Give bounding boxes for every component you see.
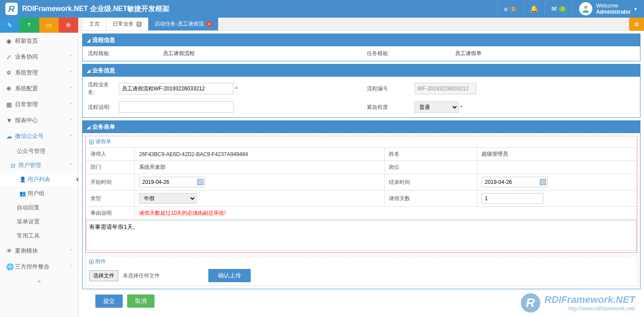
end-date-input[interactable] (482, 177, 548, 187)
sidebar-item-home[interactable]: ◉ 框架首页 (0, 33, 78, 49)
sidebar-item-wechat[interactable]: ☁ 微信公众号 ˅ (0, 128, 78, 144)
dept-value: 系统开发部 (135, 161, 384, 174)
panel-process-info: ◢流程信息 流程模板: 员工请假流程 任务模板: 员工请假单 (82, 34, 640, 61)
applicant-label: 请假人 (86, 148, 135, 161)
name-label: 姓名 (384, 148, 477, 161)
days-label: 请假天数 (384, 190, 477, 207)
header-user-menu[interactable]: Welcome Administrator ▼ (572, 0, 644, 18)
sidebar-sub-user-mgmt[interactable]: ⊟ 用户管理 ˅ (0, 158, 78, 172)
sidebar-item-report[interactable]: ▼ 报表中心 ˅ (0, 112, 78, 128)
sidebar-sub-autoreply[interactable]: 自动回复 (0, 201, 78, 215)
start-date-input[interactable] (139, 177, 205, 187)
submit-button[interactable]: 提交 (95, 295, 123, 308)
sidebar-item-label: 业务协同 (15, 53, 70, 61)
chevron-down-icon: ˅ (70, 71, 72, 75)
required-mark: * (235, 86, 237, 92)
sidebar-tool-edit[interactable]: ✎ (0, 18, 19, 33)
sidebar-sub-tools[interactable]: 常用工具 (0, 229, 78, 243)
task-template-value: 员工请假单 (450, 46, 640, 61)
sub-panel-attach: ▲附件 选择文件 未选择任何文件 确认上传 (85, 256, 637, 286)
process-template-value: 员工请假流程 (158, 46, 362, 61)
sidebar-collapse-button[interactable]: « (0, 275, 78, 287)
sidebar-item-sys-mgmt[interactable]: ✲ 系统管理 ˅ (0, 65, 78, 81)
chevron-down-icon: ˅ (70, 118, 72, 123)
header-bell-button[interactable]: 🔔 (523, 0, 545, 18)
tab-label: 启动任务-员工请假流 (154, 20, 204, 28)
sidebar-item-thirdparty[interactable]: 🌐 三方控件整合 ˅ (0, 259, 78, 275)
applicant-value: 26F43BC9-AE6D-42D2-BAC9-F4237A949484 (135, 148, 384, 161)
biz-no-label: 流程编号 (362, 85, 414, 93)
sidebar-leaf-label: 用户组 (27, 190, 45, 198)
panel-title: 流程信息 (92, 36, 115, 44)
biz-no-input[interactable] (414, 83, 476, 94)
tab-bar: 主页 日常业务× 启动任务-员工请假流× ⚙ (79, 18, 644, 31)
tab-gear-button[interactable]: ⚙ (629, 18, 644, 31)
tab-home[interactable]: 主页 (83, 18, 106, 30)
reason-textarea[interactable] (86, 220, 636, 251)
header-list-button[interactable]: ≡2 (497, 0, 523, 18)
caret-icon: ◢ (87, 125, 90, 130)
biz-name-input[interactable] (119, 83, 233, 94)
tab-close-icon[interactable]: × (207, 22, 212, 27)
urgency-select[interactable]: 普通 (414, 101, 459, 113)
biz-desc-label: 流程说明: (83, 104, 119, 111)
sidebar-item-label: 案例模块 (15, 247, 70, 255)
sidebar-sub-label: 自动回复 (17, 204, 40, 212)
username-text: Administrator (596, 9, 631, 15)
sidebar-leaf-user-list[interactable]: 👤 用户列表 (0, 172, 78, 186)
panel-title: 业务信息 (92, 67, 115, 75)
biz-name-label: 流程业务名: (83, 81, 119, 96)
tab-leave-process[interactable]: 启动任务-员工请假流× (148, 18, 218, 30)
sidebar-sub-menu[interactable]: 菜单设置 (0, 215, 78, 229)
notif-badge: 2 (509, 6, 517, 12)
logo-icon: R (5, 3, 18, 15)
sidebar-sub-official-account[interactable]: 公众号管理 (0, 144, 78, 158)
sub-panel-header: ▲附件 (86, 256, 637, 267)
sidebar-item-label: 框架首页 (15, 37, 72, 45)
days-input[interactable] (482, 193, 543, 204)
sidebar-item-label: 三方控件整合 (15, 263, 70, 271)
calendar-icon[interactable] (540, 179, 546, 185)
tab-close-icon[interactable]: × (136, 22, 142, 27)
collapse-icon[interactable]: ▲ (89, 260, 94, 264)
welcome-text: Welcome (596, 3, 631, 9)
sidebar-tool-card[interactable]: ▭ (39, 18, 59, 33)
type-select[interactable]: 年假 (139, 193, 196, 204)
chevron-down-icon: ˅ (70, 265, 72, 269)
sidebar-sub-label: 公众号管理 (17, 147, 45, 155)
sidebar-item-label: 系统配置 (15, 85, 70, 93)
filter-icon: ▼ (6, 117, 15, 124)
header-mail-button[interactable]: ✉0 (545, 0, 573, 18)
task-template-label: 任务模板: (362, 46, 450, 61)
process-template-label: 流程模板: (83, 46, 158, 61)
panel-header: ◢业务表单 (83, 121, 640, 133)
mail-badge: 0 (559, 6, 567, 12)
calendar-icon[interactable] (197, 179, 203, 185)
users-icon: 👥 (19, 190, 27, 197)
sidebar-item-label: 日常管理 (15, 101, 70, 108)
tree-icon: ⊟ (11, 162, 15, 169)
cancel-button[interactable]: 取消 (127, 295, 154, 308)
main-area: 主页 日常业务× 启动任务-员工请假流× ⚙ ◢流程信息 流程模板: 员工请假流… (79, 18, 644, 317)
tab-daily-biz[interactable]: 日常业务× (106, 18, 148, 30)
tab-label: 日常业务 (113, 20, 134, 28)
share-icon: ⤤ (6, 53, 15, 60)
gears-icon: ✲ (6, 69, 15, 76)
sidebar-item-example[interactable]: 👁 案例模块 ˅ (0, 243, 78, 259)
sidebar-item-daily-mgmt[interactable]: ▦ 日常管理 ˅ (0, 97, 78, 112)
sub-panel-header: ▲请假单 (86, 136, 637, 147)
chevron-down-icon: ˅ (70, 163, 72, 168)
collapse-icon[interactable]: ▲ (89, 140, 94, 144)
sidebar-item-biz-coop[interactable]: ⤤ 业务协同 ˅ (0, 49, 78, 65)
biz-desc-input[interactable] (119, 101, 233, 113)
upload-button[interactable]: 确认上传 (208, 269, 251, 282)
choose-file-button[interactable]: 选择文件 (89, 270, 118, 281)
end-label: 结束时间 (384, 174, 477, 190)
sidebar-tool-chart[interactable]: ⇡ (19, 18, 39, 33)
sidebar-leaf-user-group[interactable]: 👥 用户组 (0, 186, 78, 201)
brand: R RDIFramework.NET 企业级.NET敏捷开发框架 (0, 3, 175, 15)
sidebar-tool-settings[interactable]: ✲ (59, 18, 78, 33)
svg-point-0 (584, 6, 588, 9)
app-header: R RDIFramework.NET 企业级.NET敏捷开发框架 ≡2 🔔 ✉0… (0, 0, 644, 18)
sidebar-item-sys-config[interactable]: ❋ 系统配置 ˅ (0, 81, 78, 97)
